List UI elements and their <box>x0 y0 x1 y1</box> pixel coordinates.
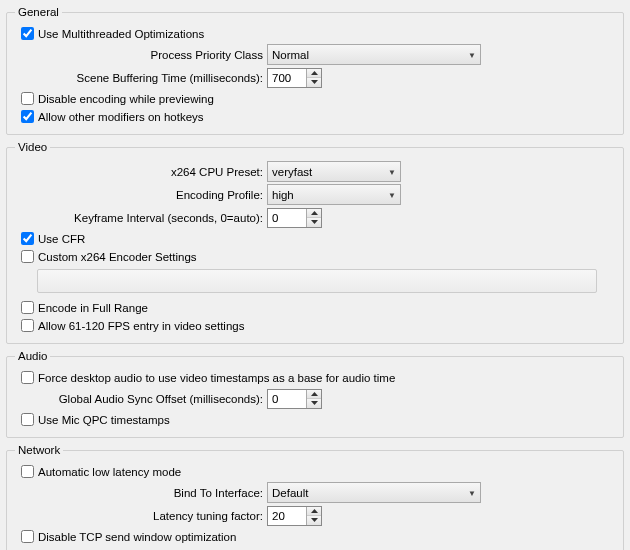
disable-encoding-checkbox[interactable] <box>21 92 34 105</box>
allow-61-120-checkbox[interactable] <box>21 319 34 332</box>
priority-label: Process Priority Class <box>15 49 267 61</box>
profile-label: Encoding Profile: <box>15 189 267 201</box>
full-range-label: Encode in Full Range <box>38 302 148 314</box>
spin-down-icon[interactable] <box>307 399 321 408</box>
allow-61-120-label: Allow 61-120 FPS entry in video settings <box>38 320 244 332</box>
bind-label: Bind To Interface: <box>15 487 267 499</box>
mic-qpc-row[interactable]: Use Mic QPC timestamps <box>21 411 615 428</box>
auto-low-latency-checkbox[interactable] <box>21 465 34 478</box>
allow-modifiers-checkbox[interactable] <box>21 110 34 123</box>
disable-tcp-label: Disable TCP send window optimization <box>38 531 236 543</box>
spin-up-icon[interactable] <box>307 69 321 79</box>
buffering-input[interactable] <box>268 69 306 87</box>
sync-label: Global Audio Sync Offset (milliseconds): <box>15 393 267 405</box>
network-group: Network Automatic low latency mode Bind … <box>6 444 624 550</box>
video-legend: Video <box>15 141 50 153</box>
priority-select[interactable]: Normal <box>267 44 481 65</box>
general-legend: General <box>15 6 62 18</box>
allow-modifiers-row[interactable]: Allow other modifiers on hotkeys <box>21 108 615 125</box>
spin-down-icon[interactable] <box>307 78 321 87</box>
buffering-label: Scene Buffering Time (milliseconds): <box>15 72 267 84</box>
disable-encoding-label: Disable encoding while previewing <box>38 93 214 105</box>
preset-label: x264 CPU Preset: <box>15 166 267 178</box>
keyframe-label: Keyframe Interval (seconds, 0=auto): <box>15 212 267 224</box>
use-cfr-label: Use CFR <box>38 233 85 245</box>
allow-61-120-row[interactable]: Allow 61-120 FPS entry in video settings <box>21 317 615 334</box>
custom-x264-settings-box <box>37 269 597 293</box>
bind-select[interactable]: Default <box>267 482 481 503</box>
use-multithreaded-row[interactable]: Use Multithreaded Optimizations <box>21 25 615 42</box>
video-group: Video x264 CPU Preset: veryfast ▼ Encodi… <box>6 141 624 344</box>
audio-group: Audio Force desktop audio to use video t… <box>6 350 624 438</box>
buffering-spinner[interactable] <box>267 68 322 88</box>
force-desktop-label: Force desktop audio to use video timesta… <box>38 372 395 384</box>
spin-up-icon[interactable] <box>307 209 321 219</box>
profile-select[interactable]: high <box>267 184 401 205</box>
spin-down-icon[interactable] <box>307 218 321 227</box>
disable-tcp-checkbox[interactable] <box>21 530 34 543</box>
keyframe-input[interactable] <box>268 209 306 227</box>
sync-spinner[interactable] <box>267 389 322 409</box>
custom-x264-checkbox[interactable] <box>21 250 34 263</box>
use-multithreaded-checkbox[interactable] <box>21 27 34 40</box>
disable-encoding-row[interactable]: Disable encoding while previewing <box>21 90 615 107</box>
mic-qpc-label: Use Mic QPC timestamps <box>38 414 170 426</box>
audio-legend: Audio <box>15 350 50 362</box>
preset-select[interactable]: veryfast <box>267 161 401 182</box>
latency-spinner[interactable] <box>267 506 322 526</box>
spin-up-icon[interactable] <box>307 390 321 400</box>
use-multithreaded-label: Use Multithreaded Optimizations <box>38 28 204 40</box>
use-cfr-checkbox[interactable] <box>21 232 34 245</box>
mic-qpc-checkbox[interactable] <box>21 413 34 426</box>
general-group: General Use Multithreaded Optimizations … <box>6 6 624 135</box>
spin-down-icon[interactable] <box>307 516 321 525</box>
full-range-row[interactable]: Encode in Full Range <box>21 299 615 316</box>
allow-modifiers-label: Allow other modifiers on hotkeys <box>38 111 204 123</box>
force-desktop-checkbox[interactable] <box>21 371 34 384</box>
disable-tcp-row[interactable]: Disable TCP send window optimization <box>21 528 615 545</box>
auto-low-latency-row[interactable]: Automatic low latency mode <box>21 463 615 480</box>
sync-input[interactable] <box>268 390 306 408</box>
spin-up-icon[interactable] <box>307 507 321 517</box>
latency-input[interactable] <box>268 507 306 525</box>
full-range-checkbox[interactable] <box>21 301 34 314</box>
auto-low-latency-label: Automatic low latency mode <box>38 466 181 478</box>
custom-x264-label: Custom x264 Encoder Settings <box>38 251 197 263</box>
latency-label: Latency tuning factor: <box>15 510 267 522</box>
force-desktop-row[interactable]: Force desktop audio to use video timesta… <box>21 369 615 386</box>
keyframe-spinner[interactable] <box>267 208 322 228</box>
use-cfr-row[interactable]: Use CFR <box>21 230 615 247</box>
custom-x264-row[interactable]: Custom x264 Encoder Settings <box>21 248 615 265</box>
network-legend: Network <box>15 444 63 456</box>
